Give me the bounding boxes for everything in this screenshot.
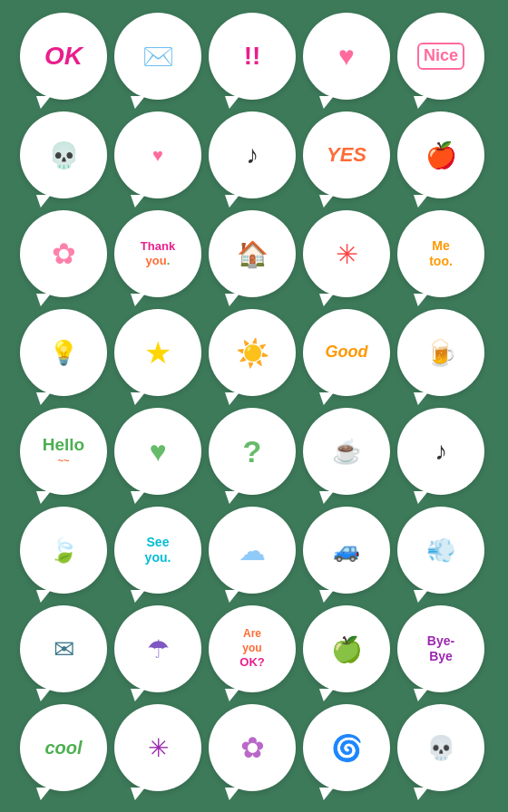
cool-text: cool <box>41 733 85 762</box>
house-icon: 🏠 <box>237 239 269 269</box>
question-icon: ? <box>243 434 262 469</box>
asterisk-icon: ✳ <box>336 238 358 270</box>
snowflake-icon: ✳ <box>148 733 169 763</box>
good-text: Good <box>322 339 372 366</box>
bubble-spiral[interactable]: 🌀 <box>303 704 390 791</box>
bubble-snowflake[interactable]: ✳ <box>114 704 201 791</box>
bubble-star[interactable]: ★ <box>114 309 201 396</box>
skull-icon: 💀 <box>48 140 80 170</box>
cloud-icon: ☁ <box>239 535 266 566</box>
bubble-hello[interactable]: Hello ~~ <box>20 408 107 495</box>
bubble-music-note[interactable]: ♪ <box>209 111 296 198</box>
bubble-asterisk[interactable]: ✳ <box>303 210 390 297</box>
lightbulb-icon: 💡 <box>49 339 78 367</box>
beer-icon: 🍺 <box>425 338 457 368</box>
bubble-are-you-ok[interactable]: Are you OK? <box>209 605 296 692</box>
bubble-heart[interactable]: ♥ <box>303 13 390 100</box>
bubble-note2[interactable]: ♪ <box>397 408 484 495</box>
emoji-grid: OK ✉️ !! ♥ Nice 💀 ♥ ♪ YES 🍎 ✿ Thank you.… <box>11 4 497 808</box>
bubble-good[interactable]: Good <box>303 309 390 396</box>
bubble-bye-bye[interactable]: Bye- Bye <box>397 605 484 692</box>
tea-icon: ☕ <box>332 438 361 466</box>
blue-apple-icon: 🍏 <box>331 634 363 664</box>
bubble-purple-flower[interactable]: ✿ <box>209 704 296 791</box>
bubble-beer[interactable]: 🍺 <box>397 309 484 396</box>
mail-icon: ✉️ <box>142 42 174 72</box>
bubble-flower-pink[interactable]: ✿ <box>20 210 107 297</box>
heart-icon: ♥ <box>338 41 355 72</box>
skull2-icon: 💀 <box>426 734 455 762</box>
bubble-small-heart[interactable]: ♥ <box>114 111 201 198</box>
bubble-thank-you[interactable]: Thank you. <box>114 210 201 297</box>
star-icon: ★ <box>144 334 171 371</box>
bubble-mail[interactable]: ✉️ <box>114 13 201 100</box>
bubble-skull[interactable]: 💀 <box>20 111 107 198</box>
bubble-see-you[interactable]: See you. <box>114 507 201 594</box>
bubble-bulb[interactable]: 💡 <box>20 309 107 396</box>
are-you-ok-content: Are you OK? <box>236 624 268 674</box>
bubble-nice[interactable]: Nice <box>397 13 484 100</box>
bubble-skull2[interactable]: 💀 <box>397 704 484 791</box>
bubble-me-too[interactable]: Me too. <box>397 210 484 297</box>
see-you-content: See you. <box>142 531 175 569</box>
red-apple-icon: 🍎 <box>425 140 457 170</box>
hello-content: Hello ~~ <box>39 432 88 470</box>
green-heart-icon: ♥ <box>150 435 167 469</box>
purple-flower-icon: ✿ <box>240 730 265 765</box>
music-note-icon: ♪ <box>246 140 259 169</box>
bubble-yes[interactable]: YES <box>303 111 390 198</box>
bubble-question[interactable]: ? <box>209 408 296 495</box>
bubble-tea[interactable]: ☕ <box>303 408 390 495</box>
bubble-leaf[interactable]: 🍃 <box>20 507 107 594</box>
me-too-content: Me too. <box>425 235 456 273</box>
leaf-icon: 🍃 <box>49 536 78 565</box>
bubble-truck[interactable]: 🚙 <box>303 507 390 594</box>
bubble-sun[interactable]: ☀️ <box>209 309 296 396</box>
bubble-cloud[interactable]: ☁ <box>209 507 296 594</box>
bye-bye-content: Bye- Bye <box>424 630 458 668</box>
envelope-icon: ✉ <box>54 634 74 664</box>
bubble-blue-apple[interactable]: 🍏 <box>303 605 390 692</box>
exclamation-icon: !! <box>244 42 261 71</box>
bubble-ok[interactable]: OK <box>20 13 107 100</box>
bubble-green-heart[interactable]: ♥ <box>114 408 201 495</box>
bubble-wind[interactable]: 💨 <box>397 507 484 594</box>
sun-icon: ☀️ <box>236 337 269 369</box>
bubble-umbrella[interactable]: ☂ <box>114 605 201 692</box>
wind-icon: 💨 <box>426 536 455 565</box>
bubble-apple-red[interactable]: 🍎 <box>397 111 484 198</box>
truck-icon: 🚙 <box>333 537 360 563</box>
bubble-envelope[interactable]: ✉ <box>20 605 107 692</box>
yes-text: YES <box>323 140 370 170</box>
nice-text: Nice <box>417 43 464 70</box>
bubble-cool[interactable]: cool <box>20 704 107 791</box>
bubble-house[interactable]: 🏠 <box>209 210 296 297</box>
ok-text: OK <box>41 37 86 75</box>
music-note2-icon: ♪ <box>435 437 447 466</box>
spiral-icon: 🌀 <box>331 733 363 763</box>
bubble-exclaim[interactable]: !! <box>209 13 296 100</box>
small-heart-icon: ♥ <box>152 145 163 166</box>
pink-flower-icon: ✿ <box>52 237 76 271</box>
thank-you-content: Thank you. <box>137 236 179 271</box>
umbrella-icon: ☂ <box>147 634 170 664</box>
